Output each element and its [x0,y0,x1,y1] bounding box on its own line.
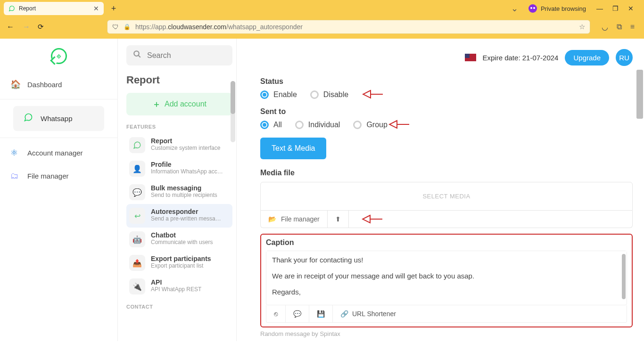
bookmark-star-icon[interactable]: ☆ [579,23,585,31]
close-window-button[interactable]: ✕ [628,5,634,12]
file-manager-button[interactable]: 📂 File manager [261,211,328,228]
radio-label: Enable [273,90,297,99]
url-shortener-label: URL Shortener [352,310,396,318]
select-media-dropzone[interactable]: SELECT MEDIA [260,182,633,211]
feature-item-chatbot[interactable]: 🤖 Chatbot Communicate with users [126,228,232,251]
radio-sentto-all[interactable]: All [260,121,282,129]
feature-item-autoresponder[interactable]: ↩ Autoresponder Send a pre-written messa… [126,204,232,228]
chat-icon: 💬 [293,310,301,318]
radio-status-disable[interactable]: Disable [310,90,348,99]
search-input-wrap[interactable] [126,45,232,65]
restore-button[interactable]: ❐ [612,5,619,12]
avatar[interactable]: RU [616,49,633,66]
address-bar[interactable]: 🛡 🔒 https://app.cloudwasender.com/whatsa… [107,20,590,34]
feature-subtitle: Send a pre-written messa… [151,215,221,222]
user-icon: 👤 [129,161,145,177]
pocket-icon[interactable]: ◡ [602,23,608,32]
text-media-button[interactable]: Text & Media [260,138,326,159]
browser-tab[interactable]: Report ✕ [4,2,104,15]
sidebar-item-account-manager[interactable]: ⚛ Account manager [0,141,117,164]
save-icon: 💾 [317,310,325,318]
feature-item-profile[interactable]: 👤 Profile Information WhatsApp acc… [126,157,232,180]
shield-icon[interactable]: 🛡 [112,23,119,31]
upload-button[interactable]: ⬆ [328,211,349,228]
close-icon[interactable]: ✕ [93,5,99,12]
extensions-icon[interactable]: ⧉ [617,23,622,32]
tool-template-button[interactable]: ⎋ [266,305,286,322]
feature-title: Autoresponder [151,208,221,215]
status-label: Status [260,77,633,86]
reply-icon: ↩ [129,208,145,224]
browser-chrome: Report ✕ + ⌄ Private browsing ― ❐ ✕ ← → … [0,0,644,39]
link-icon: 🔗 [340,310,348,318]
feature-item-bulk-messaging[interactable]: 💬 Bulk messaging Send to multiple recipi… [126,180,232,204]
folder-icon: 🗂 [10,171,21,181]
scrollbar-thumb[interactable] [636,70,643,119]
feature-item-report[interactable]: Report Customize system interface [126,133,232,157]
forward-button[interactable]: → [22,23,31,31]
whatsapp-favicon [8,5,15,12]
radio-label: All [273,121,282,129]
tab-bar: Report ✕ + ⌄ Private browsing ― ❐ ✕ [0,0,644,17]
window-controls: ― ❐ ✕ [596,5,634,12]
feature-item-export-participants[interactable]: 📤 Export participants Export participant… [126,251,232,275]
sidebar-item-file-manager[interactable]: 🗂 File manager [0,164,117,188]
feature-subtitle: Information WhatsApp acc… [151,168,223,175]
main-content: Expire date: 21-07-2024 Upgrade RU Statu… [237,39,644,341]
back-button[interactable]: ← [6,23,15,31]
minimize-button[interactable]: ― [596,5,603,12]
search-input[interactable] [147,51,226,60]
scrollbar-thumb[interactable] [231,81,235,114]
feature-item-api[interactable]: 🔌 API API WhatApp REST [126,275,232,298]
tool-chat-button[interactable]: 💬 [286,305,309,322]
radio-status-enable[interactable]: Enable [260,90,297,99]
search-icon [133,50,141,61]
feature-subtitle: Customize system interface [151,145,220,151]
expire-text: Expire date: 21-07-2024 [483,54,559,62]
caption-textarea[interactable] [266,251,627,303]
radio-sentto-group[interactable]: Group [353,121,387,129]
file-manager-label: File manager [281,215,320,223]
sidebar-item-label: Whatsapp [41,114,73,122]
feature-subtitle: API WhatApp REST [151,286,201,293]
tool-save-button[interactable]: 💾 [309,305,333,322]
reload-button[interactable]: ⟳ [38,23,44,31]
template-icon: ⎋ [274,310,278,318]
add-account-button[interactable]: ＋ Add account [126,93,232,115]
feature-title: Export participants [151,255,211,262]
scrollbar-thumb[interactable] [622,254,626,299]
chevron-down-icon[interactable]: ⌄ [511,3,518,14]
lock-icon[interactable]: 🔒 [124,24,131,30]
tab-title: Report [19,5,36,12]
messages-icon: 💬 [129,184,145,200]
upload-icon: ⬆ [335,215,341,223]
robot-icon: 🤖 [129,231,145,247]
mask-icon [528,4,537,13]
annotation-arrow [388,119,409,130]
radio-sentto-individual[interactable]: Individual [295,121,340,129]
sidebar-item-whatsapp[interactable]: Whatsapp [13,106,104,131]
menu-icon[interactable]: ≡ [630,23,635,32]
app-logo[interactable]: ⟐ [0,43,117,73]
flag-us-icon[interactable] [465,54,476,61]
radio-label: Group [366,121,387,129]
home-icon: 🏠 [10,79,21,90]
sidebar-item-dashboard[interactable]: 🏠 Dashboard [0,73,117,96]
radio-label: Individual [308,121,340,129]
folder-open-icon: 📂 [268,215,276,223]
new-tab-button[interactable]: + [107,2,120,15]
spintax-note: Random message by Spintax [260,330,633,337]
add-account-label: Add account [165,100,206,108]
url-shortener-button[interactable]: 🔗 URL Shortener [333,305,404,322]
share-nodes-icon: ⚛ [10,147,21,158]
feature-subtitle: Send to multiple recipients [151,192,217,198]
plug-icon: 🔌 [129,278,145,294]
private-browsing-badge: Private browsing [528,4,586,13]
form-content: Status Enable Disable Sent to [237,71,644,341]
panel-title: Report [126,74,232,86]
upgrade-button[interactable]: Upgrade [565,50,609,65]
feature-subtitle: Communicate with users [151,239,213,245]
sidebar-secondary: Report ＋ Add account FEATURES Report Cus… [118,39,237,341]
mediafile-label: Media file [260,169,633,177]
feature-title: Bulk messaging [151,184,217,192]
